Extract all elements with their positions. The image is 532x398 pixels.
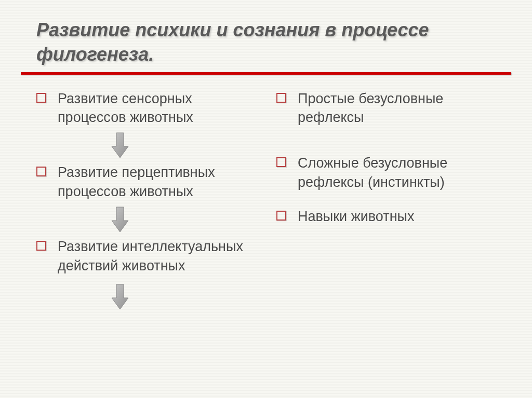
slide-title: Развитие психики и сознания в процессе ф… — [36, 18, 496, 67]
bullet-text: Развитие перцептивных процессов животных — [58, 163, 256, 201]
title-underline — [21, 72, 511, 75]
spacer — [276, 131, 496, 154]
slide-container: Развитие психики и сознания в процессе ф… — [0, 0, 532, 398]
bullet-text: Развитие интеллектуальных действий живот… — [58, 237, 256, 275]
bullet-square-icon — [276, 93, 286, 103]
arrow-down-icon — [111, 132, 129, 159]
list-item: Сложные безусловные рефлексы (инстинкты) — [276, 154, 496, 191]
bullet-text: Простые безусловные рефлексы — [298, 89, 496, 127]
list-item: Навыки животных — [276, 207, 496, 226]
bullet-text: Навыки животных — [298, 207, 414, 226]
bullet-square-icon — [276, 157, 286, 167]
right-column: Простые безусловные рефлексы Сложные без… — [276, 89, 496, 315]
bullet-square-icon — [276, 211, 286, 221]
arrow-container — [0, 279, 256, 314]
list-item: Развитие перцептивных процессов животных — [36, 163, 256, 201]
arrow-container — [0, 131, 256, 163]
bullet-text: Развитие сенсорных процессов животных — [58, 89, 256, 127]
list-item: Развитие сенсорных процессов животных — [36, 89, 256, 127]
content-area: Развитие сенсорных процессов животных Ра… — [36, 89, 496, 315]
spacer — [276, 196, 496, 207]
bullet-text: Сложные безусловные рефлексы (инстинкты) — [298, 154, 496, 191]
bullet-square-icon — [36, 93, 46, 103]
left-column: Развитие сенсорных процессов животных Ра… — [36, 89, 256, 315]
bullet-square-icon — [36, 167, 46, 176]
list-item: Развитие интеллектуальных действий живот… — [36, 237, 256, 275]
bullet-square-icon — [36, 241, 46, 251]
arrow-container — [0, 205, 256, 237]
list-item: Простые безусловные рефлексы — [276, 89, 496, 127]
arrow-down-icon — [111, 283, 129, 310]
arrow-down-icon — [111, 206, 129, 233]
